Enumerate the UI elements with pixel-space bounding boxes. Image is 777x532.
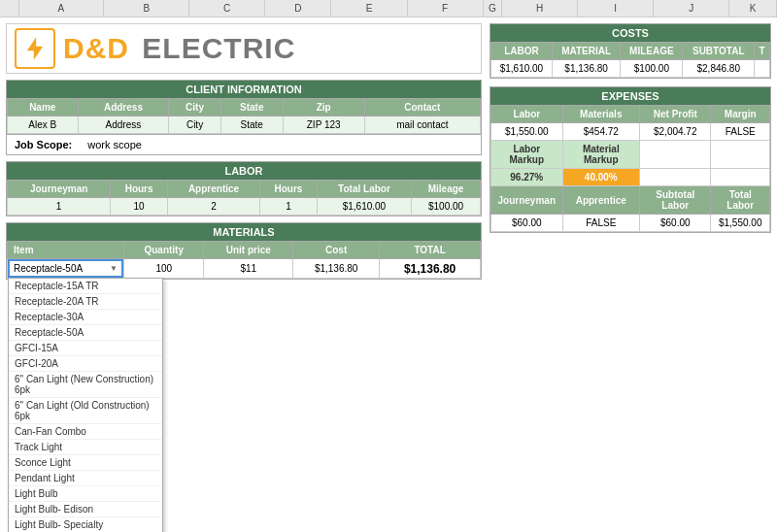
svg-marker-0 xyxy=(27,37,43,59)
costs-section: COSTS LABOR MATERIAL MILEAGE SUBTOTAL T … xyxy=(490,23,771,79)
dropdown-list-item[interactable]: Receptacle-50A xyxy=(9,325,162,341)
col-header-i: I xyxy=(578,0,654,17)
col-header-b: B xyxy=(104,0,189,17)
col-city: City xyxy=(169,99,220,116)
exp-labor-markup-label: Labor Markup xyxy=(491,141,563,169)
dropdown-list-item[interactable]: GFCI-15A xyxy=(9,341,162,356)
labor-hours: 10 xyxy=(111,198,168,216)
dropdown-list-item[interactable]: Receptacle-20A TR xyxy=(9,294,162,310)
logo-icon xyxy=(15,28,55,69)
exp-labor-markup-value: 96.27% xyxy=(491,169,563,186)
client-name: Alex B xyxy=(8,116,79,134)
costs-col-labor: LABOR xyxy=(491,43,553,60)
job-scope-label: Job Scope: xyxy=(15,139,72,150)
dropdown-list-item[interactable]: Light Bulb- Edison xyxy=(9,502,162,517)
dropdown-list-item[interactable]: Light Bulb xyxy=(9,486,162,502)
mat-col-item: Item xyxy=(8,242,124,259)
labor-col-journeyman: Journeyman xyxy=(8,181,111,198)
materials-section: MATERIALS Item Quantity Unit price Cost … xyxy=(6,222,482,280)
exp-markup-empty3 xyxy=(640,169,711,186)
mat-dropdown[interactable]: Receptacle-50A ▼ xyxy=(8,259,123,278)
col-header-a: A xyxy=(19,0,105,17)
mat-col-total: TOTAL xyxy=(380,242,481,259)
col-header-k: K xyxy=(729,0,777,17)
expenses-section: EXPENSES Labor Materials Net Profit Marg… xyxy=(490,86,771,233)
labor-mileage: $100.00 xyxy=(412,198,481,216)
expenses-section-header: EXPENSES xyxy=(490,87,770,105)
col-header-h: H xyxy=(502,0,578,17)
costs-material-value: $1,136.80 xyxy=(552,60,620,78)
dropdown-list-item[interactable]: 6" Can Light (Old Construction) 6pk xyxy=(9,398,162,424)
materials-header: MATERIALS xyxy=(7,223,481,241)
exp-subtotal-labor-value: $60.00 xyxy=(640,215,711,232)
col-name: Name xyxy=(8,99,79,116)
dropdown-selected-value: Receptacle-50A xyxy=(14,263,83,274)
exp-col-materials: Materials xyxy=(562,106,640,123)
mat-col-cost: Cost xyxy=(293,242,380,259)
col-contact: Contact xyxy=(364,99,480,116)
mat-cost-value: $1,136.80 xyxy=(293,259,380,279)
mat-unit-value: $11 xyxy=(204,259,293,279)
col-address: Address xyxy=(78,99,169,116)
company-name: D&D ELECTRIC xyxy=(63,32,295,65)
client-city: City xyxy=(169,116,220,134)
labor-col-apprentice: Apprentice xyxy=(168,181,260,198)
exp-material-markup-label: Material Markup xyxy=(562,141,640,169)
col-header-c: C xyxy=(189,0,265,17)
dropdown-list-item[interactable]: Track Light xyxy=(9,440,162,455)
exp-col2-journeyman: Journeyman xyxy=(491,186,563,215)
exp-col-margin: Margin xyxy=(711,106,770,123)
company-header: D&D ELECTRIC xyxy=(6,23,482,74)
costs-section-header: COSTS xyxy=(490,24,770,42)
exp-materials-value: $454.72 xyxy=(562,123,640,141)
costs-col-t: T xyxy=(755,43,770,60)
col-header-d: D xyxy=(265,0,331,17)
dropdown-list-item[interactable]: Receptacle-30A xyxy=(9,310,162,325)
exp-col2-subtotal: Subtotal Labor xyxy=(640,186,711,215)
costs-labor-value: $1,610.00 xyxy=(491,60,553,78)
labor-col-total: Total Labor xyxy=(317,181,411,198)
costs-mileage-value: $100.00 xyxy=(621,60,683,78)
client-information-section: CLIENT INFORMATION Name Address City Sta… xyxy=(6,80,482,135)
exp-col2-apprentice: Apprentice xyxy=(562,186,640,215)
costs-col-mileage: MILEAGE xyxy=(621,43,683,60)
col-header-e: E xyxy=(331,0,407,17)
labor-col-hours: Hours xyxy=(111,181,168,198)
mat-col-unit: Unit price xyxy=(204,242,293,259)
col-header-j: J xyxy=(654,0,729,17)
col-zip: Zip xyxy=(283,99,364,116)
costs-col-material: MATERIAL xyxy=(552,43,620,60)
dropdown-arrow-icon: ▼ xyxy=(110,264,118,273)
dropdown-list-item[interactable]: Receptacle-15A TR xyxy=(9,279,162,294)
exp-net-profit-value: $2,004.72 xyxy=(640,123,711,141)
exp-markup-empty1 xyxy=(640,141,711,169)
mat-total-cell: $1,136.80 xyxy=(380,259,481,279)
dropdown-list-item[interactable]: Light Bulb- Specialty xyxy=(9,517,162,532)
exp-col-labor: Labor xyxy=(491,106,563,123)
dropdown-list-item[interactable]: 6" Can Light (New Construction) 6pk xyxy=(9,372,162,398)
exp-journeyman-value: $60.00 xyxy=(491,215,563,232)
labor-section-header: LABOR xyxy=(7,162,481,180)
client-zip: ZIP 123 xyxy=(283,116,364,134)
labor-journeyman: 1 xyxy=(8,198,111,216)
job-scope-row: Job Scope: work scope xyxy=(6,135,482,155)
client-address: Address xyxy=(78,116,169,134)
exp-margin-value: FALSE xyxy=(711,123,770,141)
dropdown-list-item[interactable]: Sconce Light xyxy=(9,455,162,471)
labor-col-mileage: Mileage xyxy=(412,181,481,198)
mat-item-cell[interactable]: Receptacle-50A ▼ Receptacle-15A TRRecept… xyxy=(8,259,124,279)
exp-material-markup-value: 40.00% xyxy=(562,169,640,186)
labor-apprentice: 2 xyxy=(168,198,260,216)
dropdown-list-item[interactable]: Pendant Light xyxy=(9,471,162,486)
col-header-g: G xyxy=(484,0,503,17)
mat-col-qty: Quantity xyxy=(124,242,204,259)
exp-col2-total: Total Labor xyxy=(711,186,770,215)
costs-subtotal-value: $2,846.80 xyxy=(683,60,755,78)
client-section-header: CLIENT INFORMATION xyxy=(7,81,481,98)
exp-col-net-profit: Net Profit xyxy=(640,106,711,123)
dropdown-list-item[interactable]: Can-Fan Combo xyxy=(9,424,162,440)
exp-markup-empty2 xyxy=(711,141,770,169)
dropdown-list-item[interactable]: GFCI-20A xyxy=(9,356,162,372)
labor-total: $1,610.00 xyxy=(317,198,411,216)
costs-col-subtotal: SUBTOTAL xyxy=(683,43,755,60)
